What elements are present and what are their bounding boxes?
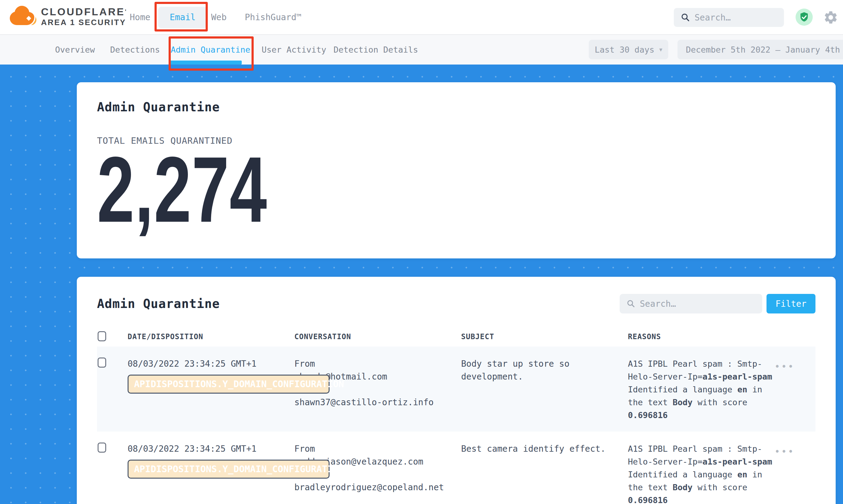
brand-name: CLOUDFLARE' (41, 5, 127, 18)
top-nav-bar: CLOUDFLARE' AREA 1 SECURITY Home Email W… (0, 0, 843, 35)
quarantine-table-card: Admin Quarantine Filter DATE/DISPOSITION… (77, 277, 836, 504)
settings-gear-icon[interactable] (823, 10, 838, 25)
nav-item-web[interactable]: Web (211, 0, 227, 35)
disposition-badge: APIDISPOSITIONS.Y_DOMAIN_CONFIGURATION (128, 375, 330, 394)
brand-mark: ' (125, 8, 127, 15)
row-date: 08/03/2022 23:34:25 GMT+1 (128, 358, 294, 370)
cell-reasons: A1S IPBL Pearl spam : Smtp-Helo-Server-I… (628, 443, 774, 504)
cell-subject: Body star up store so development. (461, 358, 628, 422)
tab-detections[interactable]: Detections (110, 35, 160, 65)
cell-date-disposition: 08/03/2022 23:34:25 GMT+1 APIDISPOSITION… (128, 358, 294, 422)
nav-item-phishguard[interactable]: PhishGuard™ (245, 0, 301, 35)
chevron-down-icon: ▾ (660, 46, 663, 53)
tab-detection-details[interactable]: Detection Details (334, 35, 418, 65)
date-range-dropdown[interactable]: Last 30 days ▾ (589, 40, 668, 59)
col-date-disposition: DATE/DISPOSITION (128, 332, 294, 341)
global-search[interactable] (674, 8, 784, 27)
table-search[interactable] (620, 294, 762, 313)
nav-item-email[interactable]: Email (158, 7, 207, 28)
row-checkbox[interactable] (98, 443, 106, 453)
col-subject: SUBJECT (461, 332, 628, 341)
nav-item-home[interactable]: Home (130, 0, 150, 35)
filter-button[interactable]: Filter (767, 294, 815, 313)
cloudflare-area1-logo[interactable]: CLOUDFLARE' AREA 1 SECURITY (8, 3, 127, 29)
global-search-input[interactable] (695, 13, 784, 23)
row-date: 08/03/2022 23:34:25 GMT+1 (128, 443, 294, 455)
tab-admin-quarantine[interactable]: Admin Quarantine (171, 35, 250, 65)
quarantine-summary-card: Admin Quarantine TOTAL EMAILS QUARANTINE… (77, 82, 836, 258)
protection-status-icon[interactable] (795, 8, 813, 26)
row-checkbox[interactable] (98, 358, 106, 367)
cloudflare-cloud-icon (8, 3, 38, 29)
table-card-title: Admin Quarantine (97, 296, 220, 311)
page-title: Admin Quarantine (97, 100, 815, 114)
table-row: 08/03/2022 23:34:25 GMT+1 APIDISPOSITION… (97, 346, 815, 432)
cell-reasons: A1S IPBL Pearl spam : Smtp-Helo-Server-I… (628, 358, 774, 422)
col-reasons: REASONS (628, 332, 774, 341)
quarantine-table: DATE/DISPOSITION CONVERSATION SUBJECT RE… (97, 327, 815, 504)
page-background: Admin Quarantine TOTAL EMAILS QUARANTINE… (0, 65, 843, 504)
tab-overview[interactable]: Overview (55, 35, 95, 65)
search-icon (626, 299, 635, 308)
tab-user-activity[interactable]: User Activity (262, 35, 326, 65)
search-icon (681, 13, 690, 22)
cell-date-disposition: 08/03/2022 23:34:25 GMT+1 APIDISPOSITION… (128, 443, 294, 504)
col-conversation: CONVERSATION (294, 332, 461, 341)
table-header-row: DATE/DISPOSITION CONVERSATION SUBJECT RE… (97, 327, 815, 346)
email-section-tabs: Overview Detections Admin Quarantine Use… (0, 35, 843, 65)
disposition-badge: APIDISPOSITIONS.Y_DOMAIN_CONFIGURATION (128, 460, 330, 479)
active-tab-indicator (169, 60, 242, 65)
stat-value: 2,274 (97, 155, 614, 225)
row-menu-icon[interactable]: ••• (774, 443, 795, 457)
row-menu-icon[interactable]: ••• (774, 358, 795, 372)
table-search-input[interactable] (640, 299, 762, 309)
table-row: 08/03/2022 23:34:25 GMT+1 APIDISPOSITION… (97, 432, 815, 504)
date-range-display[interactable]: December 5th 2022 — January 4th 2023 (678, 40, 843, 59)
to-address: shawn37@castillo-ortiz.info (294, 396, 461, 409)
brand-subtitle: AREA 1 SECURITY (41, 18, 127, 27)
select-all-checkbox[interactable] (98, 331, 106, 341)
cell-subject: Best camera identify effect. (461, 443, 628, 504)
to-address: bradleyrodriguez@copeland.net (294, 481, 461, 494)
